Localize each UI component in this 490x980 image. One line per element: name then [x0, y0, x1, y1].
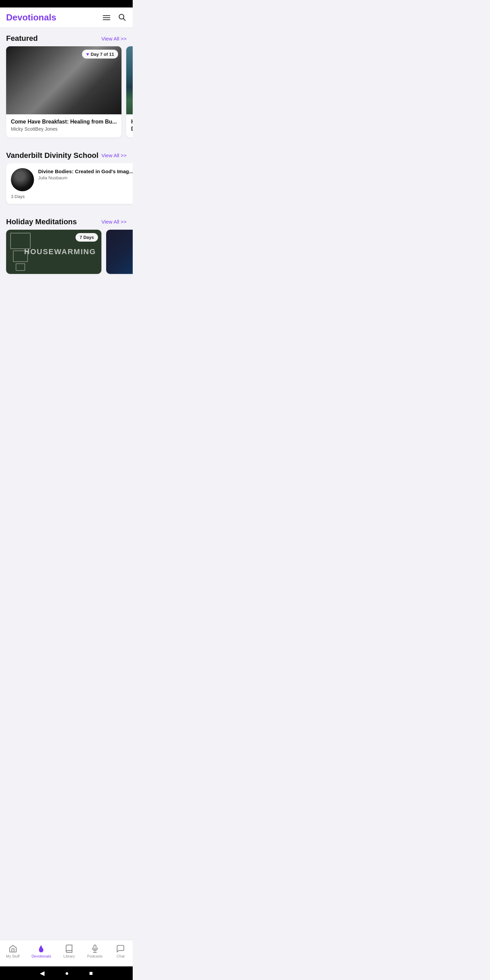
holiday-card-2[interactable] — [106, 230, 133, 274]
section-divider-1 — [0, 142, 133, 145]
housewarming-text: HOUSEWARMING — [24, 247, 96, 256]
header-actions — [102, 12, 127, 23]
featured-card-1-author: Micky ScottBey Jones — [11, 126, 117, 132]
avatar-dark — [11, 168, 34, 191]
dark-card-img — [106, 230, 133, 274]
vds-title: Vanderbilt Divinity School — [6, 151, 98, 160]
header: Devotionals — [0, 8, 133, 28]
day-badge-text: Day 7 of 11 — [91, 52, 115, 57]
heart-icon: ♥ — [86, 51, 89, 57]
vds-card-1-title: Divine Bodies: Created in God's Imag... — [38, 168, 133, 175]
day-badge: ♥ Day 7 of 11 — [82, 50, 118, 59]
hw-box-inner — [16, 263, 25, 271]
section-divider-2 — [0, 208, 133, 211]
holiday-days-badge: 7 Days — [76, 233, 98, 242]
holiday-scroll: HOUSEWARMING 7 Days — [0, 230, 133, 279]
page-title: Devotionals — [6, 12, 56, 23]
featured-section-header: Featured View All >> — [0, 28, 133, 46]
featured-card-2-image — [126, 46, 133, 115]
featured-title: Featured — [6, 34, 38, 43]
search-button[interactable] — [117, 12, 127, 23]
featured-view-all[interactable]: View All >> — [102, 36, 127, 41]
vds-card-1[interactable]: Divine Bodies: Created in God's Imag... … — [6, 163, 133, 204]
featured-card-1-title: Come Have Breakfast: Healing from Bu... — [11, 118, 117, 126]
search-icon — [118, 13, 126, 21]
hw-box-outer — [10, 233, 30, 249]
holiday-card-2-image — [106, 230, 133, 274]
featured-card-2-body: Healing Devotio... — [126, 115, 133, 137]
vds-section-header: Vanderbilt Divinity School View All >> — [0, 145, 133, 163]
vds-view-all[interactable]: View All >> — [102, 153, 127, 158]
vds-card-1-days: 3 Days — [11, 194, 133, 199]
featured-card-2[interactable]: Healing Devotio... — [126, 46, 133, 137]
featured-card-1-body: Come Have Breakfast: Healing from Bu... … — [6, 115, 121, 137]
hw-outline-boxes — [10, 233, 30, 271]
featured-card-1[interactable]: ♥ Day 7 of 11 Come Have Breakfast: Heali… — [6, 46, 121, 137]
menu-button[interactable] — [102, 14, 111, 21]
status-bar — [0, 0, 133, 8]
svg-line-1 — [124, 19, 126, 21]
hw-box-middle — [13, 250, 28, 262]
vds-card-1-info: Divine Bodies: Created in God's Imag... … — [38, 168, 133, 181]
hamburger-icon — [103, 15, 110, 20]
holiday-title: Holiday Meditations — [6, 218, 77, 226]
main-content: Featured View All >> ♥ Day 7 of 11 Come … — [0, 28, 133, 306]
vds-avatar-1 — [11, 168, 34, 191]
holiday-section-header: Holiday Meditations View All >> — [0, 211, 133, 230]
vds-card-1-content: Divine Bodies: Created in God's Imag... … — [11, 168, 133, 191]
vds-scroll: Divine Bodies: Created in God's Imag... … — [0, 163, 133, 208]
featured-scroll: ♥ Day 7 of 11 Come Have Breakfast: Heali… — [0, 46, 133, 142]
holiday-card-1-image: HOUSEWARMING 7 Days — [6, 230, 102, 274]
holiday-card-1[interactable]: HOUSEWARMING 7 Days — [6, 230, 102, 274]
vds-card-1-author: Julia Nusbaum — [38, 175, 133, 180]
featured-card-2-title: Healing Devotio... — [131, 118, 133, 133]
water-photo — [126, 46, 133, 115]
holiday-view-all[interactable]: View All >> — [102, 219, 127, 224]
featured-card-1-image: ♥ Day 7 of 11 — [6, 46, 121, 115]
